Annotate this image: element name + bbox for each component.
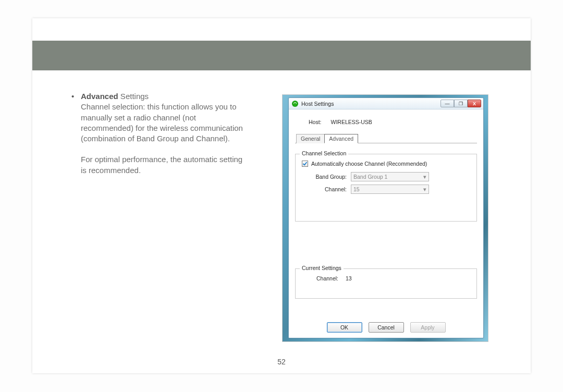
- button-bar: OK Cancel Apply: [289, 322, 483, 333]
- auto-channel-row: Automatically choose Channel (Recommende…: [302, 161, 471, 167]
- header-band: [32, 41, 531, 70]
- band-group-label: Band Group:: [310, 174, 347, 180]
- bullet-dot: •: [71, 91, 81, 144]
- group-legend-current: Current Settings: [300, 265, 344, 271]
- apply-button[interactable]: Apply: [410, 322, 446, 333]
- app-icon: [292, 101, 298, 107]
- host-settings-window: Host Settings — ❐ X Host: WIRELESS-USB G…: [288, 97, 484, 338]
- auto-channel-label: Automatically choose Channel (Recommende…: [311, 161, 427, 167]
- tab-content-advanced: Channel Selection Automatically choose C…: [295, 143, 477, 299]
- group-channel-selection: Channel Selection Automatically choose C…: [295, 154, 477, 222]
- window-title: Host Settings: [301, 101, 334, 107]
- tab-general[interactable]: General: [296, 134, 325, 143]
- tab-advanced[interactable]: Advanced: [324, 134, 358, 143]
- band-group-dropdown[interactable]: Band Group 1 ▾: [351, 172, 429, 181]
- host-value: WIRELESS-USB: [331, 119, 372, 125]
- close-button[interactable]: X: [468, 100, 481, 107]
- heading-advanced: Advanced Settings: [81, 92, 149, 101]
- left-text-column: • Advanced Settings Channel selection: t…: [71, 91, 249, 176]
- band-group-value: Band Group 1: [353, 174, 387, 180]
- band-group-row: Band Group: Band Group 1 ▾: [310, 172, 471, 181]
- group-current-settings: Current Settings Channel: 13: [295, 268, 477, 299]
- tabs: General Advanced: [295, 133, 477, 143]
- channel-row: Channel: 15 ▾: [310, 185, 471, 194]
- chevron-down-icon: ▾: [423, 186, 426, 192]
- ok-button[interactable]: OK: [327, 322, 362, 333]
- auto-channel-checkbox[interactable]: [302, 161, 308, 167]
- para1: Channel selection: this function allows …: [81, 102, 243, 143]
- chevron-down-icon: ▾: [423, 174, 426, 180]
- bullet-item: • Advanced Settings Channel selection: t…: [71, 91, 249, 144]
- host-label: Host:: [309, 119, 322, 125]
- channel-dropdown[interactable]: 15 ▾: [351, 185, 429, 194]
- screenshot-panel: Host Settings — ❐ X Host: WIRELESS-USB G…: [282, 94, 488, 342]
- channel-value: 15: [353, 186, 360, 192]
- host-row: Host: WIRELESS-USB: [309, 119, 477, 125]
- group-legend-channel: Channel Selection: [300, 150, 348, 156]
- current-channel-row: Channel: 13: [316, 275, 471, 281]
- document-page: • Advanced Settings Channel selection: t…: [32, 18, 531, 373]
- current-channel-value: 13: [346, 275, 352, 281]
- bullet-body: Advanced Settings Channel selection: thi…: [81, 91, 249, 144]
- window-body: Host: WIRELESS-USB General Advanced Chan…: [289, 119, 483, 299]
- current-channel-label: Channel:: [316, 275, 338, 281]
- titlebar[interactable]: Host Settings — ❐ X: [289, 98, 483, 109]
- cancel-button[interactable]: Cancel: [369, 322, 404, 333]
- para2: For optimal performance, the automatic s…: [81, 154, 249, 176]
- channel-label: Channel:: [310, 186, 347, 192]
- minimize-button[interactable]: —: [440, 100, 454, 107]
- maximize-button[interactable]: ❐: [454, 100, 468, 107]
- page-number: 52: [32, 358, 531, 366]
